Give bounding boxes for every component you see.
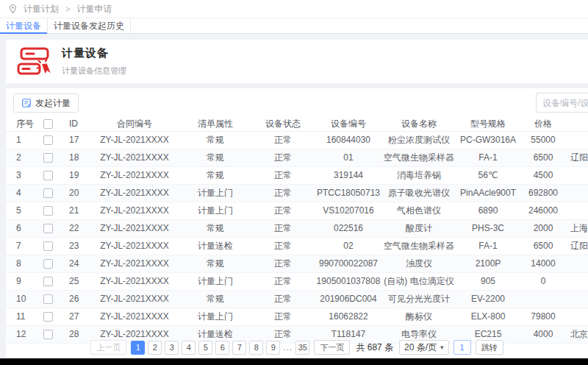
row-price: 0: [519, 272, 567, 290]
row-price: 4500: [519, 166, 567, 184]
row-device-no: 160844030: [316, 131, 381, 149]
table-row: 10 26 ZY-JL-2021XXXX 常规 正常 201906DC004 可…: [6, 290, 588, 308]
row-model-spec: FA-1: [457, 149, 519, 166]
page-button-4[interactable]: 4: [182, 341, 196, 355]
row-id: 17: [60, 131, 88, 149]
row-device-name: (自动) 电位滴定仪: [381, 272, 457, 290]
page-button-35[interactable]: 35: [295, 341, 309, 355]
tab-launch-history[interactable]: 计量设备发起历史: [47, 18, 131, 33]
breadcrumb-separator: >: [65, 4, 70, 13]
row-device-status: 正常: [250, 219, 316, 237]
table-header-row: 序号 ID 合同编号 清单属性 设备状态 设备编号 设备名称 型号规格 价格: [6, 117, 588, 131]
chevron-down-icon: ▾: [440, 344, 444, 351]
row-checkbox[interactable]: [43, 171, 53, 180]
row-select-cell: [35, 202, 60, 219]
launch-measurement-button[interactable]: 发起计量: [13, 93, 79, 113]
measuring-device-icon: [16, 46, 53, 77]
row-model-spec: PC-GW3016A: [457, 131, 519, 149]
next-page-button[interactable]: 下一页: [314, 340, 350, 355]
table-row: 6 22 ZY-JL-2021XXXX 常规 正常 022516 酸度计 PHS…: [6, 219, 588, 237]
row-index: 4: [6, 184, 35, 202]
breadcrumb-item-apply[interactable]: 计量申请: [76, 3, 112, 15]
page-button-5[interactable]: 5: [198, 341, 212, 355]
row-checkbox[interactable]: [43, 277, 53, 286]
row-list-attr: 常规: [181, 255, 250, 272]
row-contract-no: ZY-JL-2021XXXX: [88, 219, 181, 237]
row-id: 24: [60, 255, 88, 272]
row-select-cell: [35, 184, 60, 202]
row-index: 9: [6, 272, 35, 290]
page-size-value: 20 条/页: [404, 341, 437, 354]
page-button-8[interactable]: 8: [249, 341, 263, 355]
form-icon: [21, 98, 32, 108]
row-id: 18: [60, 149, 88, 166]
col-device-no: 设备编号: [316, 117, 381, 131]
row-select-cell: [35, 166, 60, 184]
row-id: 22: [60, 219, 88, 237]
row-device-status: 正常: [250, 131, 316, 149]
bottom-black-bar: [0, 358, 588, 365]
row-id: 26: [60, 290, 88, 308]
page-button-2[interactable]: 2: [148, 341, 162, 355]
page-button-3[interactable]: 3: [165, 341, 179, 355]
row-checkbox[interactable]: [43, 241, 53, 251]
row-index: 8: [6, 255, 35, 272]
row-device-no: 022516: [316, 219, 381, 237]
row-model-spec: EV-2200: [457, 290, 519, 308]
col-attr: 清单属性: [181, 117, 250, 131]
row-select-cell: [35, 149, 60, 166]
row-list-attr: 计量送检: [181, 237, 250, 255]
row-price: 692800: [519, 184, 567, 202]
row-model-spec: 56℃: [457, 166, 519, 184]
row-index: 1: [6, 131, 35, 149]
row-checkbox[interactable]: [43, 330, 53, 339]
row-checkbox[interactable]: [43, 153, 53, 163]
col-index: 序号: [6, 117, 35, 131]
jump-button[interactable]: 跳转: [476, 340, 503, 355]
row-vendor: [567, 184, 588, 202]
row-device-no: 990700022087: [316, 255, 381, 272]
row-contract-no: ZY-JL-2021XXXX: [88, 149, 181, 166]
prev-page-button[interactable]: 上一页: [90, 340, 126, 355]
row-model-spec: PinAAcle900T: [457, 184, 519, 202]
row-checkbox[interactable]: [43, 224, 53, 233]
row-select-cell: [35, 237, 60, 255]
table-row: 5 21 ZY-JL-2021XXXX 计量上门 正常 VS10207016 气…: [6, 202, 588, 219]
row-device-status: 正常: [250, 202, 316, 219]
row-device-status: 正常: [250, 272, 316, 290]
row-checkbox[interactable]: [43, 206, 53, 216]
page-button-1[interactable]: 1: [131, 341, 145, 355]
table-row: 4 20 ZY-JL-2021XXXX 计量上门 正常 PTCC18050713…: [6, 184, 588, 202]
page-button-7[interactable]: 7: [232, 341, 246, 355]
page-size-select[interactable]: 20 条/页 ▾: [399, 340, 449, 355]
select-all-checkbox[interactable]: [43, 119, 53, 129]
row-model-spec: 2100P: [457, 255, 519, 272]
row-device-no: VS10207016: [316, 202, 381, 219]
row-checkbox[interactable]: [43, 188, 53, 198]
row-vendor: [567, 272, 588, 290]
row-contract-no: ZY-JL-2021XXXX: [88, 184, 181, 202]
row-id: 23: [60, 237, 88, 255]
row-contract-no: ZY-JL-2021XXXX: [88, 166, 181, 184]
page-button-9[interactable]: 9: [266, 341, 280, 355]
row-id: 25: [60, 272, 88, 290]
row-device-no: 319144: [316, 166, 381, 184]
table-row: 1 17 ZY-JL-2021XXXX 常规 正常 160844030 粉尘浓度…: [6, 131, 588, 149]
launch-measurement-label: 发起计量: [35, 97, 71, 110]
row-checkbox[interactable]: [43, 312, 53, 322]
tab-measuring-devices[interactable]: 计量设备: [0, 18, 47, 33]
row-checkbox[interactable]: [43, 294, 53, 304]
row-device-name: 粉尘浓度测试仪: [381, 131, 457, 149]
search-input[interactable]: [536, 93, 588, 113]
page-button-6[interactable]: 6: [215, 341, 229, 355]
row-vendor: [567, 202, 588, 219]
breadcrumb-item-plan[interactable]: 计量计划: [24, 3, 59, 15]
row-checkbox[interactable]: [43, 135, 53, 145]
row-vendor: [567, 308, 588, 325]
table-row: 8 24 ZY-JL-2021XXXX 常规 正常 990700022087 浊…: [6, 255, 588, 272]
row-index: 6: [6, 219, 35, 237]
row-checkbox[interactable]: [43, 259, 53, 269]
row-device-no: PTCC18050713: [316, 184, 381, 202]
jump-page-input[interactable]: [453, 340, 471, 355]
row-model-spec: ELX-800: [457, 308, 519, 325]
